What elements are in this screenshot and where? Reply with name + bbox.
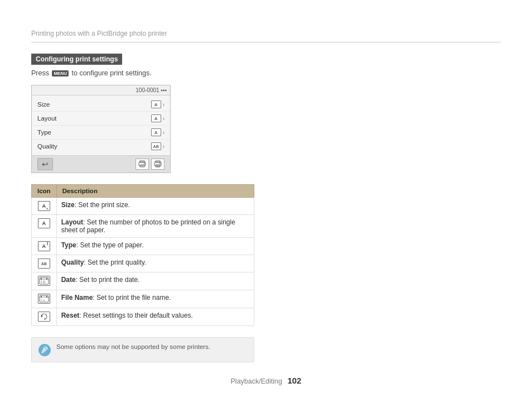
table-row: 1 2 3 Date: Set to print the date. xyxy=(32,272,254,290)
camera-bottom-bar: ↩ xyxy=(32,155,170,173)
camera-menu-item-layout: Layout A › xyxy=(32,112,170,126)
row-desc-date: Date: Set to print the date. xyxy=(56,272,254,290)
page-footer: Playback/Editing 102 xyxy=(0,376,532,385)
row-desc-layout: Layout: Set the number of photos to be p… xyxy=(56,215,254,238)
print-icons: ALL xyxy=(136,159,165,170)
table-row: T xt File Name: Set to print the file na… xyxy=(32,290,254,308)
svg-rect-17 xyxy=(41,296,42,298)
page-header-title: Printing photos with a PictBridge photo … xyxy=(31,30,167,37)
camera-item-layout-left: Layout xyxy=(37,115,57,122)
note-icon xyxy=(38,344,51,356)
table-row: A ▌ Type: Set the type of paper. xyxy=(32,238,254,255)
table-row: A ▲ Size: Set the print size. xyxy=(32,198,254,215)
layout-desc: : Set the number of photos to be printed… xyxy=(61,218,235,234)
svg-text:0: 0 xyxy=(44,317,46,320)
layout-right: A › xyxy=(151,114,165,122)
svg-text:xt: xt xyxy=(43,299,45,302)
svg-rect-11 xyxy=(41,278,42,280)
svg-rect-12 xyxy=(46,278,47,280)
size-label: Size xyxy=(37,101,50,108)
table-row: A Layout: Set the number of photos to be… xyxy=(32,215,254,238)
size-desc-bold: Size xyxy=(61,201,75,209)
menu-icon: MENU xyxy=(52,70,69,76)
camera-back-button[interactable]: ↩ xyxy=(37,158,53,170)
type-desc-bold: Type xyxy=(61,241,76,249)
size-right: A › xyxy=(151,100,165,108)
note-box: Some options may not be supported by som… xyxy=(31,337,254,362)
instruction-suffix: to configure print settings. xyxy=(71,69,151,77)
note-text: Some options may not be supported by som… xyxy=(56,343,210,350)
quality-row-icon: AB xyxy=(38,259,50,269)
type-chevron: › xyxy=(163,130,165,136)
col-header-icon: Icon xyxy=(32,185,57,198)
size-desc: : Set the print size. xyxy=(75,201,130,209)
row-icon-cell: A xyxy=(32,215,57,238)
camera-menu-item-size: Size A › xyxy=(32,98,170,112)
camera-item-size-left: Size xyxy=(37,101,50,108)
camera-topbar: 100-0001 ▪▪▪ xyxy=(32,85,170,95)
filename-desc: : Set to print the file name. xyxy=(93,294,171,302)
instruction-press: Press xyxy=(31,69,49,77)
reset-desc-bold: Reset xyxy=(61,312,80,319)
row-desc-filename: File Name: Set to print the file name. xyxy=(56,290,254,308)
camera-screen: 100-0001 ▪▪▪ Size A › Layout xyxy=(31,85,171,173)
size-icon: A xyxy=(151,100,161,108)
layout-chevron: › xyxy=(163,116,165,122)
type-right: A › xyxy=(151,128,165,136)
row-icon-cell: 1 2 3 xyxy=(32,272,57,290)
quality-desc-bold: Quality xyxy=(61,259,84,266)
type-icon: A xyxy=(151,128,161,136)
filename-row-icon: T xt xyxy=(38,294,50,304)
page-container: Printing photos with a PictBridge photo … xyxy=(0,0,532,402)
date-desc-bold: Date xyxy=(61,276,76,284)
topbar-battery: ▪▪▪ xyxy=(161,87,167,93)
filename-desc-bold: File Name xyxy=(61,294,93,302)
print-single-icon xyxy=(136,159,149,170)
quality-desc: : Set the print quality. xyxy=(84,259,146,266)
size-chevron: › xyxy=(163,102,165,108)
camera-item-type-left: Type xyxy=(37,129,51,136)
footer-page: 102 xyxy=(287,376,301,385)
reset-row-icon: 0 xyxy=(38,312,50,322)
quality-label: Quality xyxy=(37,143,57,150)
row-icon-cell: AB xyxy=(32,255,57,272)
quality-icon: AB xyxy=(151,142,161,150)
camera-ui: 100-0001 ▪▪▪ Size A › Layout xyxy=(31,85,501,173)
type-label: Type xyxy=(37,129,51,136)
print-all-icon: ALL xyxy=(151,159,165,170)
row-icon-cell: 0 xyxy=(32,308,57,326)
quality-chevron: › xyxy=(163,143,165,150)
quality-right: AB › xyxy=(151,142,165,150)
page-header: Printing photos with a PictBridge photo … xyxy=(31,0,501,42)
type-desc: : Set the type of paper. xyxy=(76,241,144,249)
camera-menu-item-quality: Quality AB › xyxy=(32,140,170,153)
row-icon-cell: A ▌ xyxy=(32,238,57,255)
date-desc: : Set to print the date. xyxy=(76,276,140,284)
topbar-filename: 100-0001 xyxy=(136,87,159,93)
layout-desc-bold: Layout xyxy=(61,218,83,226)
row-icon-cell: A ▲ xyxy=(32,198,57,215)
col-header-description: Description xyxy=(56,185,254,198)
section-heading: Configuring print settings xyxy=(31,54,122,65)
size-row-icon: A ▲ xyxy=(38,201,50,211)
info-table: Icon Description A ▲ Size: Set the print… xyxy=(31,184,254,326)
table-row: 0 Reset: Reset settings to their default… xyxy=(32,308,254,326)
svg-rect-18 xyxy=(46,296,47,298)
row-desc-type: Type: Set the type of paper. xyxy=(56,238,254,255)
row-desc-size: Size: Set the print size. xyxy=(56,198,254,215)
footer-label: Playback/Editing xyxy=(231,377,282,385)
layout-row-icon: A xyxy=(38,218,50,228)
reset-desc: : Reset settings to their default values… xyxy=(79,312,192,319)
type-row-icon: A ▌ xyxy=(38,241,50,251)
svg-text:ALL: ALL xyxy=(156,165,161,168)
table-row: AB Quality: Set the print quality. xyxy=(32,255,254,272)
svg-point-7 xyxy=(159,163,161,164)
layout-label: Layout xyxy=(37,115,57,122)
row-desc-reset: Reset: Reset settings to their default v… xyxy=(56,308,254,326)
press-instruction: Press MENU to configure print settings. xyxy=(31,69,501,77)
svg-text:T: T xyxy=(41,299,42,302)
camera-menu-items: Size A › Layout A › xyxy=(32,95,170,155)
row-desc-quality: Quality: Set the print quality. xyxy=(56,255,254,272)
svg-point-3 xyxy=(144,163,145,164)
camera-item-quality-left: Quality xyxy=(37,143,57,150)
